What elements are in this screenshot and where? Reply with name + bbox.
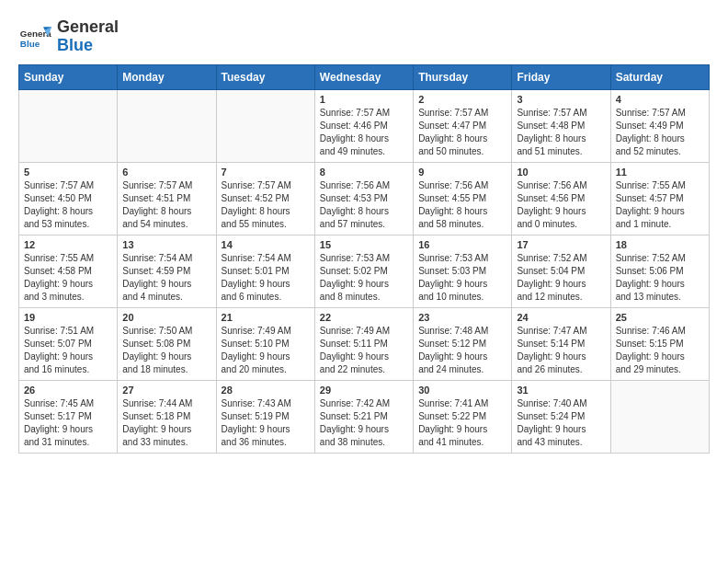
calendar-cell: 21Sunrise: 7:49 AM Sunset: 5:10 PM Dayli… — [216, 307, 314, 380]
calendar-cell: 17Sunrise: 7:52 AM Sunset: 5:04 PM Dayli… — [512, 235, 610, 307]
weekday-header: Tuesday — [216, 64, 314, 89]
page-header: General Blue General Blue — [18, 18, 710, 55]
calendar-cell — [19, 89, 118, 162]
day-number: 30 — [418, 385, 506, 396]
day-info: Sunrise: 7:57 AM Sunset: 4:49 PM Dayligh… — [616, 107, 704, 158]
day-number: 31 — [517, 385, 605, 396]
day-number: 8 — [320, 167, 408, 178]
calendar-cell: 13Sunrise: 7:54 AM Sunset: 4:59 PM Dayli… — [118, 235, 216, 307]
calendar-cell: 20Sunrise: 7:50 AM Sunset: 5:08 PM Dayli… — [118, 307, 216, 380]
calendar-cell: 31Sunrise: 7:40 AM Sunset: 5:24 PM Dayli… — [512, 380, 610, 453]
day-number: 17 — [517, 239, 605, 250]
day-number: 14 — [222, 239, 310, 250]
calendar-cell: 24Sunrise: 7:47 AM Sunset: 5:14 PM Dayli… — [512, 307, 610, 380]
day-number: 18 — [616, 239, 704, 250]
day-info: Sunrise: 7:57 AM Sunset: 4:52 PM Dayligh… — [222, 179, 310, 231]
calendar-cell: 25Sunrise: 7:46 AM Sunset: 5:15 PM Dayli… — [610, 307, 709, 380]
day-number: 6 — [122, 167, 210, 178]
day-info: Sunrise: 7:44 AM Sunset: 5:18 PM Dayligh… — [122, 397, 210, 449]
calendar-cell: 22Sunrise: 7:49 AM Sunset: 5:11 PM Dayli… — [314, 307, 413, 380]
day-number: 19 — [24, 312, 112, 323]
calendar-cell: 30Sunrise: 7:41 AM Sunset: 5:22 PM Dayli… — [414, 380, 512, 453]
weekday-header: Thursday — [414, 64, 512, 89]
calendar-cell — [216, 89, 314, 162]
weekday-header: Saturday — [610, 64, 709, 89]
day-info: Sunrise: 7:42 AM Sunset: 5:21 PM Dayligh… — [320, 397, 408, 449]
calendar-cell: 18Sunrise: 7:52 AM Sunset: 5:06 PM Dayli… — [610, 235, 709, 307]
calendar-cell: 9Sunrise: 7:56 AM Sunset: 4:55 PM Daylig… — [414, 162, 512, 235]
day-info: Sunrise: 7:57 AM Sunset: 4:50 PM Dayligh… — [24, 179, 112, 231]
calendar-cell: 11Sunrise: 7:55 AM Sunset: 4:57 PM Dayli… — [610, 162, 709, 235]
day-number: 9 — [418, 167, 506, 178]
calendar-cell: 5Sunrise: 7:57 AM Sunset: 4:50 PM Daylig… — [19, 162, 118, 235]
day-number: 16 — [418, 239, 506, 250]
weekday-header: Sunday — [19, 64, 118, 89]
day-info: Sunrise: 7:47 AM Sunset: 5:14 PM Dayligh… — [517, 325, 605, 376]
day-info: Sunrise: 7:56 AM Sunset: 4:53 PM Dayligh… — [320, 179, 408, 231]
day-number: 15 — [320, 239, 408, 250]
day-number: 27 — [122, 385, 210, 396]
calendar-cell: 19Sunrise: 7:51 AM Sunset: 5:07 PM Dayli… — [19, 307, 118, 380]
day-info: Sunrise: 7:56 AM Sunset: 4:55 PM Dayligh… — [418, 179, 506, 231]
calendar-cell: 14Sunrise: 7:54 AM Sunset: 5:01 PM Dayli… — [216, 235, 314, 307]
day-info: Sunrise: 7:49 AM Sunset: 5:11 PM Dayligh… — [320, 325, 408, 376]
calendar-cell: 10Sunrise: 7:56 AM Sunset: 4:56 PM Dayli… — [512, 162, 610, 235]
logo: General Blue General Blue — [18, 18, 119, 55]
day-info: Sunrise: 7:57 AM Sunset: 4:46 PM Dayligh… — [320, 107, 408, 158]
calendar-cell: 8Sunrise: 7:56 AM Sunset: 4:53 PM Daylig… — [314, 162, 413, 235]
calendar-cell: 23Sunrise: 7:48 AM Sunset: 5:12 PM Dayli… — [414, 307, 512, 380]
day-info: Sunrise: 7:40 AM Sunset: 5:24 PM Dayligh… — [517, 397, 605, 449]
day-info: Sunrise: 7:52 AM Sunset: 5:06 PM Dayligh… — [616, 252, 704, 304]
day-info: Sunrise: 7:55 AM Sunset: 4:58 PM Dayligh… — [24, 252, 112, 304]
day-number: 22 — [320, 312, 408, 323]
day-info: Sunrise: 7:43 AM Sunset: 5:19 PM Dayligh… — [222, 397, 310, 449]
day-number: 5 — [24, 167, 112, 178]
logo-name: General Blue — [57, 18, 119, 55]
day-number: 7 — [222, 167, 310, 178]
day-number: 21 — [222, 312, 310, 323]
calendar-cell: 16Sunrise: 7:53 AM Sunset: 5:03 PM Dayli… — [414, 235, 512, 307]
calendar-header: SundayMondayTuesdayWednesdayThursdayFrid… — [19, 64, 710, 89]
day-number: 10 — [517, 167, 605, 178]
day-number: 12 — [24, 239, 112, 250]
day-number: 2 — [418, 94, 506, 105]
day-number: 28 — [222, 385, 310, 396]
day-info: Sunrise: 7:49 AM Sunset: 5:10 PM Dayligh… — [222, 325, 310, 376]
calendar-cell: 3Sunrise: 7:57 AM Sunset: 4:48 PM Daylig… — [512, 89, 610, 162]
weekday-header: Friday — [512, 64, 610, 89]
day-number: 29 — [320, 385, 408, 396]
day-number: 3 — [517, 94, 605, 105]
calendar-cell: 26Sunrise: 7:45 AM Sunset: 5:17 PM Dayli… — [19, 380, 118, 453]
calendar-cell: 15Sunrise: 7:53 AM Sunset: 5:02 PM Dayli… — [314, 235, 413, 307]
day-info: Sunrise: 7:51 AM Sunset: 5:07 PM Dayligh… — [24, 325, 112, 376]
day-info: Sunrise: 7:53 AM Sunset: 5:02 PM Dayligh… — [320, 252, 408, 304]
calendar-table: SundayMondayTuesdayWednesdayThursdayFrid… — [18, 64, 710, 454]
day-info: Sunrise: 7:48 AM Sunset: 5:12 PM Dayligh… — [418, 325, 506, 376]
day-info: Sunrise: 7:57 AM Sunset: 4:47 PM Dayligh… — [418, 107, 506, 158]
day-number: 13 — [122, 239, 210, 250]
day-number: 20 — [122, 312, 210, 323]
day-info: Sunrise: 7:54 AM Sunset: 4:59 PM Dayligh… — [122, 252, 210, 304]
svg-text:Blue: Blue — [20, 39, 40, 49]
weekday-header: Wednesday — [314, 64, 413, 89]
calendar-cell: 6Sunrise: 7:57 AM Sunset: 4:51 PM Daylig… — [118, 162, 216, 235]
day-info: Sunrise: 7:54 AM Sunset: 5:01 PM Dayligh… — [222, 252, 310, 304]
day-info: Sunrise: 7:45 AM Sunset: 5:17 PM Dayligh… — [24, 397, 112, 449]
calendar-cell: 7Sunrise: 7:57 AM Sunset: 4:52 PM Daylig… — [216, 162, 314, 235]
day-info: Sunrise: 7:55 AM Sunset: 4:57 PM Dayligh… — [616, 179, 704, 231]
day-number: 24 — [517, 312, 605, 323]
day-number: 26 — [24, 385, 112, 396]
calendar-cell: 28Sunrise: 7:43 AM Sunset: 5:19 PM Dayli… — [216, 380, 314, 453]
day-number: 25 — [616, 312, 704, 323]
day-number: 1 — [320, 94, 408, 105]
day-info: Sunrise: 7:46 AM Sunset: 5:15 PM Dayligh… — [616, 325, 704, 376]
calendar-cell: 4Sunrise: 7:57 AM Sunset: 4:49 PM Daylig… — [610, 89, 709, 162]
calendar-cell — [610, 380, 709, 453]
calendar-cell: 1Sunrise: 7:57 AM Sunset: 4:46 PM Daylig… — [314, 89, 413, 162]
day-info: Sunrise: 7:52 AM Sunset: 5:04 PM Dayligh… — [517, 252, 605, 304]
weekday-header: Monday — [118, 64, 216, 89]
calendar-cell — [118, 89, 216, 162]
calendar-cell: 2Sunrise: 7:57 AM Sunset: 4:47 PM Daylig… — [414, 89, 512, 162]
day-info: Sunrise: 7:41 AM Sunset: 5:22 PM Dayligh… — [418, 397, 506, 449]
day-number: 4 — [616, 94, 704, 105]
